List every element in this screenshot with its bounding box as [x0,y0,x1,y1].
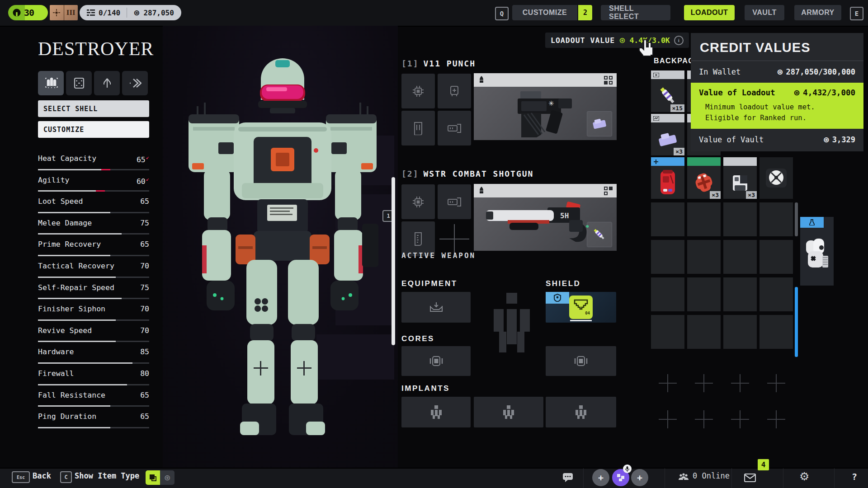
missions-icon [87,9,95,16]
item-body: ×15 [651,79,684,112]
vault-value-row: Value of Vault ⊛ 3,329 [691,129,863,150]
party-slot-add-2[interactable]: + [631,469,648,486]
equipment-tray-icon [429,301,443,313]
grenade-icon [692,171,716,194]
item-type-toggle-credits[interactable]: ⊛ [160,470,175,485]
weapon2-header [474,184,617,197]
backpack-empty-cell[interactable] [651,315,684,349]
backpack-empty-cell[interactable] [760,315,793,349]
backpack-empty-cell[interactable] [760,240,793,274]
tab-customize[interactable]: CUSTOMIZE [512,5,577,20]
bar-divider [665,468,665,488]
left-shoulder-pod [189,103,239,172]
implant-slot-2[interactable] [474,397,543,427]
backpack-item-utilitybox[interactable]: ×3 [723,157,757,199]
backpack-item-wheel[interactable] [760,157,793,199]
weapon1-image: ✳ [474,87,617,140]
help-button[interactable]: ? [852,471,857,482]
implant-slot-3[interactable] [546,397,616,427]
character-model[interactable] [165,34,400,468]
mail-icon[interactable] [744,474,756,482]
party-slot-add-1[interactable]: + [592,469,609,486]
stat-value: 75 [140,219,149,227]
backpack-empty-cell[interactable] [723,277,757,311]
stats-view-button[interactable] [38,71,64,95]
mic-status-badge[interactable] [623,465,632,473]
rank-crosshair-icon [50,5,64,20]
weapon1-attachment-sight[interactable] [438,74,471,108]
fast-forward-icon [129,78,142,89]
rarity-pips [604,76,613,84]
tab-armory[interactable]: ARMORY [794,5,841,20]
resources-pill[interactable]: 0/140 ⊛ 287,050 [80,5,181,20]
locked-slot-cross [659,410,677,428]
select-shell-button[interactable]: SELECT SHELL [38,100,149,117]
item-type-icon [653,116,659,121]
item-type-toggle-on[interactable] [146,470,160,485]
backpack-scrollbar-active[interactable] [795,287,798,357]
pistol-render: ✳ [494,88,589,138]
core-slot-1[interactable] [401,346,471,376]
backpack-item-clip[interactable]: ×3 [651,114,684,155]
weapon2-display[interactable]: 5H [474,184,617,251]
info-icon[interactable]: i [674,36,684,45]
stat-row: Melee Damage75 [38,217,149,239]
backpack-item-stim[interactable]: ×15 [651,70,684,112]
backpack-empty-cell[interactable] [723,202,757,236]
core-slot-2[interactable] [546,346,616,376]
mic-icon [625,466,629,472]
item-body: ×3 [723,166,757,199]
backpack-item-meddevice[interactable] [651,157,684,199]
backpack-item-gauntlet[interactable] [800,217,834,286]
equipment-slot[interactable] [401,292,471,323]
customize-button[interactable]: CUSTOMIZE [38,121,149,138]
backpack-empty-cell[interactable] [687,202,721,236]
stat-value: 75 [140,283,149,292]
backpack-empty-cell[interactable] [723,315,757,349]
weapon2-ammo-slot[interactable] [587,222,612,247]
backpack-empty-cell[interactable] [651,202,684,236]
chat-icon[interactable] [562,473,573,483]
stat-row: Heat Capacity65↙ [38,153,149,174]
backpack-scrollbar-thumb[interactable] [795,202,798,236]
weapon1-display[interactable]: ✳ [474,73,617,140]
tab-loadout[interactable]: LOADOUT [684,5,735,20]
backpack-empty-cell[interactable] [651,277,684,311]
backpack-empty-cell[interactable] [687,315,721,349]
backpack-empty-cell[interactable] [723,240,757,274]
backpack-empty-cell[interactable] [760,202,793,236]
weapon2-attachment-stock[interactable] [438,184,471,219]
weapon1-attachment-magazine[interactable] [401,111,435,145]
tab-vault[interactable]: VAULT [745,5,784,20]
skip-view-button[interactable] [122,71,148,95]
weapon1-attachment-chip[interactable] [401,74,435,108]
tab-shell-select[interactable]: SHELL SELECT [601,5,670,20]
weapon1-ammo-slot[interactable] [587,111,612,136]
shield-slot[interactable]: 04 [546,292,616,323]
backpack-empty-cell[interactable] [687,277,721,311]
backpack-empty-cell[interactable] [687,240,721,274]
stock-icon [447,123,462,134]
weapon1-attachment-stock[interactable] [438,111,471,145]
implant-slot-1[interactable] [401,397,471,427]
backpack-item-grenade[interactable]: ×3 [687,157,721,199]
stat-label: Heat Capacity [38,154,96,163]
backpack-empty-cell[interactable] [651,240,684,274]
settings-gear-icon[interactable]: ⚙ [799,470,809,483]
rank-tier-badge[interactable]: III [50,5,78,20]
credits-icon: ⊛ [619,36,625,45]
shell-view-button[interactable] [66,71,92,95]
panel-scrollbar[interactable] [392,177,395,345]
stat-label: Self-Repair Speed [38,283,114,292]
backpack-empty-cell[interactable] [760,277,793,311]
upgrade-view-button[interactable] [94,71,120,95]
left-arm [202,169,235,310]
stat-row: Revive Speed70 [38,325,149,347]
back-button[interactable]: Back [33,471,51,480]
stat-bar [38,427,149,428]
player-level-badge[interactable]: 30 [8,5,48,20]
missions-count: 0/140 [99,9,120,17]
stat-label: Melee Damage [38,219,92,227]
shield-item-icon[interactable]: 04 [569,296,593,319]
weapon2-attachment-chip[interactable] [401,184,435,219]
